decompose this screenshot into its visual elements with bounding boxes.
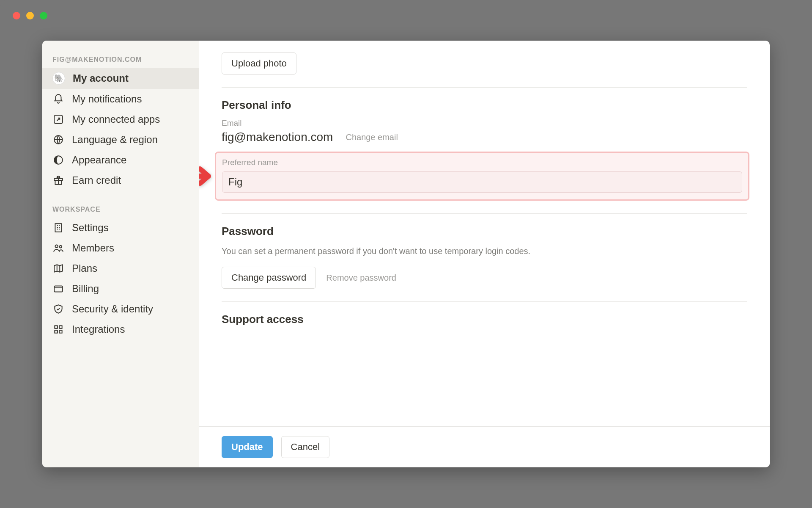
bell-icon: [52, 93, 64, 105]
sidebar-item-appearance[interactable]: Appearance: [42, 150, 199, 170]
map-icon: [52, 262, 64, 274]
window-traffic-lights: [13, 12, 47, 19]
sidebar-item-plans[interactable]: Plans: [42, 258, 199, 279]
preferred-name-highlight: Preferred name: [215, 152, 749, 201]
password-description: You can set a permanent password if you …: [222, 245, 568, 257]
sidebar-item-connected-apps[interactable]: My connected apps: [42, 109, 199, 130]
sidebar-item-my-notifications[interactable]: My notifications: [42, 89, 199, 109]
upload-photo-button[interactable]: Upload photo: [222, 52, 296, 75]
sidebar-item-my-account[interactable]: 🐘 My account: [42, 68, 199, 89]
sidebar-item-members[interactable]: Members: [42, 238, 199, 258]
building-icon: [52, 222, 64, 234]
divider: [222, 87, 747, 88]
sidebar-item-label: Security & identity: [72, 303, 153, 315]
personal-info-title: Personal info: [222, 99, 747, 112]
sidebar-item-label: My connected apps: [72, 113, 160, 125]
credit-card-icon: [52, 283, 64, 295]
svg-rect-10: [59, 326, 62, 329]
moon-icon: [52, 154, 64, 166]
sidebar-item-label: My account: [73, 72, 129, 84]
footer-actions: Update Cancel: [199, 426, 770, 467]
sidebar-item-label: Language & region: [72, 134, 158, 146]
maximize-window-icon[interactable]: [40, 12, 47, 19]
sidebar-item-settings[interactable]: Settings: [42, 218, 199, 238]
sidebar-item-label: Members: [72, 242, 114, 254]
svg-rect-12: [59, 330, 62, 333]
close-window-icon[interactable]: [13, 12, 20, 19]
sidebar-item-label: My notifications: [72, 93, 142, 105]
preferred-name-label: Preferred name: [222, 158, 742, 167]
email-value: fig@makenotion.com: [222, 130, 333, 144]
support-access-title: Support access: [222, 313, 747, 326]
settings-content: Upload photo Personal info Email fig@mak…: [199, 41, 770, 467]
callout-arrow-icon: [199, 165, 214, 188]
sidebar-workspace-header: WORKSPACE: [42, 199, 199, 218]
svg-rect-5: [55, 224, 61, 232]
divider: [222, 301, 747, 302]
svg-rect-11: [55, 330, 58, 333]
svg-point-6: [55, 245, 58, 248]
minimize-window-icon[interactable]: [26, 12, 34, 19]
svg-rect-8: [54, 286, 63, 292]
shield-icon: [52, 303, 64, 315]
sidebar-item-label: Settings: [72, 222, 109, 234]
svg-rect-9: [55, 326, 58, 329]
avatar-icon: 🐘: [52, 72, 65, 85]
settings-modal: FIG@MAKENOTION.COM 🐘 My account My notif…: [42, 41, 770, 467]
sidebar-item-earn-credit[interactable]: Earn credit: [42, 170, 199, 190]
remove-password-link[interactable]: Remove password: [326, 273, 396, 283]
sidebar-account-header: FIG@MAKENOTION.COM: [42, 49, 199, 68]
external-link-icon: [52, 113, 64, 125]
sidebar-item-security[interactable]: Security & identity: [42, 299, 199, 319]
grid-icon: [52, 323, 64, 335]
sidebar-item-label: Plans: [72, 262, 97, 274]
sidebar-item-label: Earn credit: [72, 174, 121, 186]
sidebar-item-label: Integrations: [72, 323, 125, 335]
sidebar-item-integrations[interactable]: Integrations: [42, 319, 199, 340]
change-email-link[interactable]: Change email: [346, 133, 398, 142]
globe-icon: [52, 134, 64, 146]
cancel-button[interactable]: Cancel: [281, 436, 329, 458]
people-icon: [52, 242, 64, 254]
email-label: Email: [222, 119, 747, 128]
sidebar-item-label: Appearance: [72, 154, 126, 166]
update-button[interactable]: Update: [222, 436, 273, 458]
password-title: Password: [222, 225, 747, 238]
sidebar-item-language-region[interactable]: Language & region: [42, 130, 199, 150]
preferred-name-input[interactable]: [222, 171, 742, 193]
divider: [222, 213, 747, 214]
settings-sidebar: FIG@MAKENOTION.COM 🐘 My account My notif…: [42, 41, 199, 467]
svg-point-7: [60, 246, 62, 248]
app-chrome: FIG@MAKENOTION.COM 🐘 My account My notif…: [0, 0, 812, 508]
change-password-button[interactable]: Change password: [222, 267, 316, 289]
gift-icon: [52, 174, 64, 186]
sidebar-item-label: Billing: [72, 283, 99, 295]
sidebar-item-billing[interactable]: Billing: [42, 279, 199, 299]
